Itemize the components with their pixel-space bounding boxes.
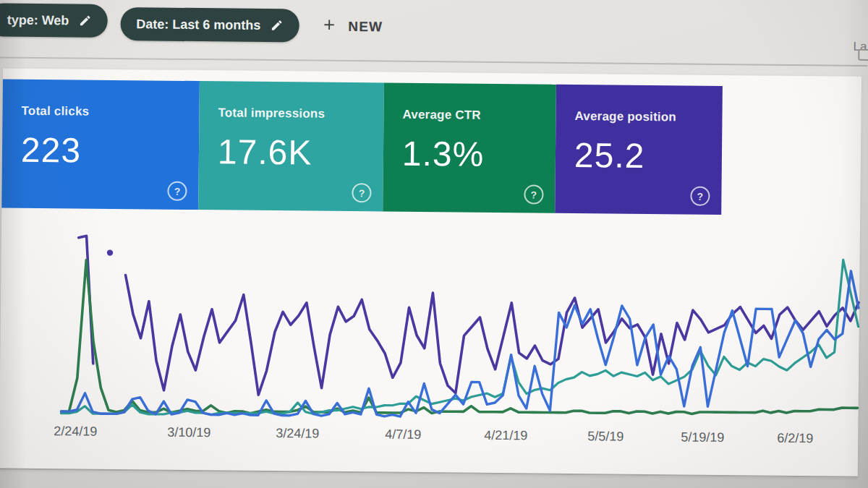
chart-x-axis-label: 4/21/19 <box>484 428 527 444</box>
metric-card-value: 25.2 <box>574 135 723 176</box>
edit-pencil-icon[interactable] <box>78 14 91 27</box>
chart-x-axis-label: 5/19/19 <box>681 429 724 445</box>
plus-icon <box>320 17 337 37</box>
metric-card-label: Average position <box>574 109 722 125</box>
metric-cards: Total clicks 223 ? Total impressions 17.… <box>1 79 723 215</box>
help-icon[interactable]: ? <box>352 183 371 202</box>
metric-card-value: 17.6K <box>218 132 384 173</box>
chart-x-axis-label: 4/7/19 <box>385 427 421 442</box>
chart-point-impressions <box>107 249 113 255</box>
filter-chip-search-type[interactable]: type: Web <box>0 3 108 38</box>
chart-x-axis-label: 5/5/19 <box>587 429 624 444</box>
metric-card-total-impressions[interactable]: Total impressions 17.6K ? <box>198 81 384 211</box>
metric-card-value: 223 <box>21 130 200 171</box>
filter-bar: type: Web Date: Last 6 months NEW <box>0 3 383 40</box>
chart-x-axis-label: 6/2/19 <box>777 431 813 446</box>
screen-content: type: Web Date: Last 6 months NEW La <box>0 0 868 488</box>
metric-card-label: Total impressions <box>218 106 383 121</box>
chart-x-axis-label: 3/24/19 <box>276 426 319 442</box>
screen-photo: type: Web Date: Last 6 months NEW La <box>0 0 868 488</box>
edge-icon-fragment <box>858 49 868 61</box>
metric-card-label: Average CTR <box>402 108 556 124</box>
performance-chart-svg <box>46 230 865 427</box>
screen-divider <box>0 56 867 67</box>
chart-x-axis-label: 3/10/19 <box>167 425 210 441</box>
metric-card-label: Total clicks <box>21 104 199 120</box>
help-icon[interactable]: ? <box>690 187 710 206</box>
filter-chip-date-label: Date: Last 6 months <box>136 17 260 33</box>
filter-chip-search-type-label: type: Web <box>7 12 69 28</box>
filter-chip-date[interactable]: Date: Last 6 months <box>120 7 299 42</box>
new-filter-button[interactable]: NEW <box>320 17 383 38</box>
edit-pencil-icon[interactable] <box>270 19 283 32</box>
chart-line-impressions <box>124 275 859 401</box>
chart-line-clicks <box>61 263 859 421</box>
help-icon[interactable]: ? <box>524 184 543 204</box>
metric-card-average-position[interactable]: Average position 25.2 ? <box>555 85 723 215</box>
help-icon[interactable]: ? <box>167 181 187 201</box>
new-button-label: NEW <box>348 19 383 35</box>
metric-card-average-ctr[interactable]: Average CTR 1.3% ? <box>383 83 556 213</box>
metric-card-value: 1.3% <box>402 134 556 175</box>
performance-panel: Total clicks 223 ? Total impressions 17.… <box>0 68 861 477</box>
chart-x-axis-label: 2/24/19 <box>54 424 97 440</box>
metric-card-total-clicks[interactable]: Total clicks 223 ? <box>1 79 200 210</box>
performance-chart: 2/24/19 3/10/19 3/24/19 4/7/19 4/21/19 5… <box>46 230 866 455</box>
